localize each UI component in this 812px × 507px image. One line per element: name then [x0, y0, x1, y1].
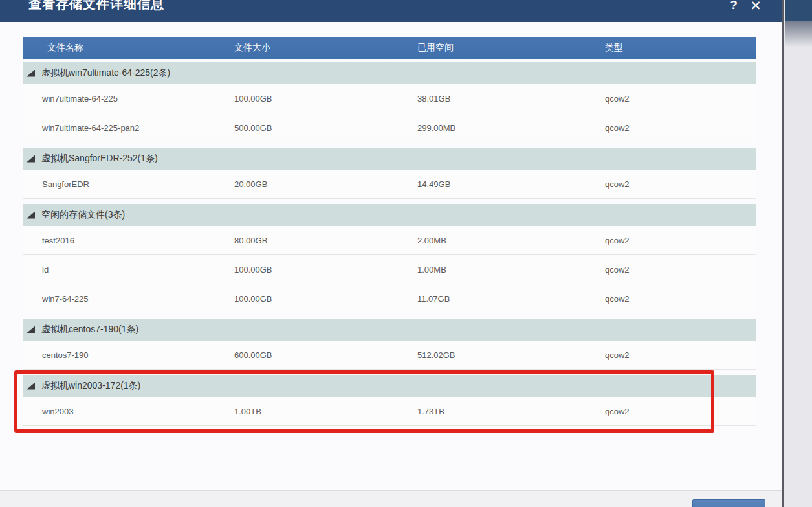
cell-size: 20.00GB	[234, 179, 417, 189]
table-row[interactable]: centos7-190600.00GB512.02GBqcow2	[23, 341, 756, 370]
table-row[interactable]: ld100.00GB1.00MBqcow2	[23, 255, 756, 284]
column-header-type: 类型	[605, 42, 756, 54]
cell-type: qcow2	[605, 236, 756, 245]
help-icon[interactable]: ?	[726, 0, 741, 12]
cell-used: 14.49GB	[417, 179, 605, 189]
dialog-body: 文件名称 文件大小 已用空间 类型 虚拟机win7ultimate-64-225…	[0, 22, 782, 490]
cell-size: 100.00GB	[234, 294, 417, 304]
table-row[interactable]: win20031.00TB1.73TBqcow2	[23, 397, 756, 426]
dialog-footer	[0, 490, 782, 507]
expand-triangle-icon[interactable]	[27, 70, 35, 77]
column-header-file-name: 文件名称	[23, 42, 234, 54]
group-row[interactable]: 虚拟机win7ultimate-64-225(2条)	[23, 62, 756, 84]
dialog-right-border	[782, 0, 784, 507]
storage-file-details-dialog: 查看存储文件详细信息 ? ✕ 文件名称 文件大小 已用空间 类型 虚拟机win7…	[0, 0, 784, 507]
cell-size: 1.00TB	[234, 407, 417, 416]
group-row[interactable]: 空闲的存储文件(3条)	[23, 204, 756, 226]
group-row[interactable]: 虚拟机SangforEDR-252(1条)	[23, 148, 756, 170]
cell-type: qcow2	[605, 265, 756, 275]
group-label: 空闲的存储文件(3条)	[41, 209, 125, 221]
dialog-titlebar: 查看存储文件详细信息	[0, 0, 784, 22]
cell-used: 11.07GB	[417, 294, 605, 304]
cell-used: 1.00MB	[417, 265, 605, 275]
dialog-shadow	[785, 21, 812, 47]
column-header-file-size: 文件大小	[234, 42, 417, 54]
cell-type: qcow2	[605, 94, 756, 104]
cell-used: 512.02GB	[417, 350, 605, 360]
screen: 查看存储文件详细信息 ? ✕ 文件名称 文件大小 已用空间 类型 虚拟机win7…	[0, 0, 812, 507]
table-row[interactable]: win7ultimate-64-225-pan2500.00GB299.00MB…	[23, 113, 756, 142]
cell-size: 500.00GB	[234, 123, 417, 133]
table-row[interactable]: win7-64-225100.00GB11.07GBqcow2	[23, 284, 756, 313]
cell-type: qcow2	[605, 294, 756, 304]
group-row[interactable]: 虚拟机win2003-172(1条)	[23, 375, 756, 397]
cell-used: 299.00MB	[417, 123, 605, 133]
table-row[interactable]: test201680.00GB2.00MBqcow2	[23, 226, 756, 255]
expand-triangle-icon[interactable]	[27, 155, 35, 163]
cell-type: qcow2	[605, 123, 756, 133]
cell-type: qcow2	[605, 407, 756, 416]
group-label: 虚拟机SangforEDR-252(1条)	[41, 153, 158, 164]
dialog-title: 查看存储文件详细信息	[28, 0, 164, 13]
expand-triangle-icon[interactable]	[27, 326, 35, 333]
group-label: 虚拟机win2003-172(1条)	[41, 380, 140, 392]
cell-size: 600.00GB	[234, 350, 417, 360]
cell-name: ld	[23, 265, 234, 275]
cell-used: 1.73TB	[417, 407, 605, 416]
cell-used: 2.00MB	[417, 236, 605, 245]
storage-file-table: 文件名称 文件大小 已用空间 类型 虚拟机win7ultimate-64-225…	[23, 37, 756, 426]
group-label: 虚拟机centos7-190(1条)	[41, 324, 138, 335]
expand-triangle-icon[interactable]	[27, 212, 35, 219]
cell-size: 100.00GB	[234, 94, 417, 104]
column-header-used-space: 已用空间	[417, 42, 605, 54]
cell-name: test2016	[23, 236, 234, 245]
table-row[interactable]: win7ultimate-64-225100.00GB38.01GBqcow2	[23, 84, 756, 113]
group-row[interactable]: 虚拟机centos7-190(1条)	[23, 319, 756, 341]
cell-name: centos7-190	[23, 350, 234, 360]
cell-name: win7ultimate-64-225-pan2	[23, 123, 234, 133]
cell-used: 38.01GB	[417, 94, 605, 104]
expand-triangle-icon[interactable]	[27, 383, 35, 390]
cell-name: win7-64-225	[23, 294, 234, 304]
table-row[interactable]: SangforEDR20.00GB14.49GBqcow2	[23, 170, 756, 199]
cell-size: 80.00GB	[234, 236, 417, 245]
table-header-row: 文件名称 文件大小 已用空间 类型	[23, 37, 756, 59]
cell-size: 100.00GB	[234, 265, 417, 275]
cell-name: win2003	[23, 407, 234, 416]
table-body: 虚拟机win7ultimate-64-225(2条)win7ultimate-6…	[23, 62, 756, 426]
close-icon[interactable]: ✕	[747, 0, 764, 14]
cell-name: SangforEDR	[23, 179, 234, 189]
confirm-button[interactable]	[692, 499, 765, 507]
cell-name: win7ultimate-64-225	[23, 94, 234, 104]
group-label: 虚拟机win7ultimate-64-225(2条)	[41, 67, 170, 79]
background-window-fragment	[785, 0, 812, 21]
cell-type: qcow2	[605, 350, 756, 360]
cell-type: qcow2	[605, 179, 756, 189]
